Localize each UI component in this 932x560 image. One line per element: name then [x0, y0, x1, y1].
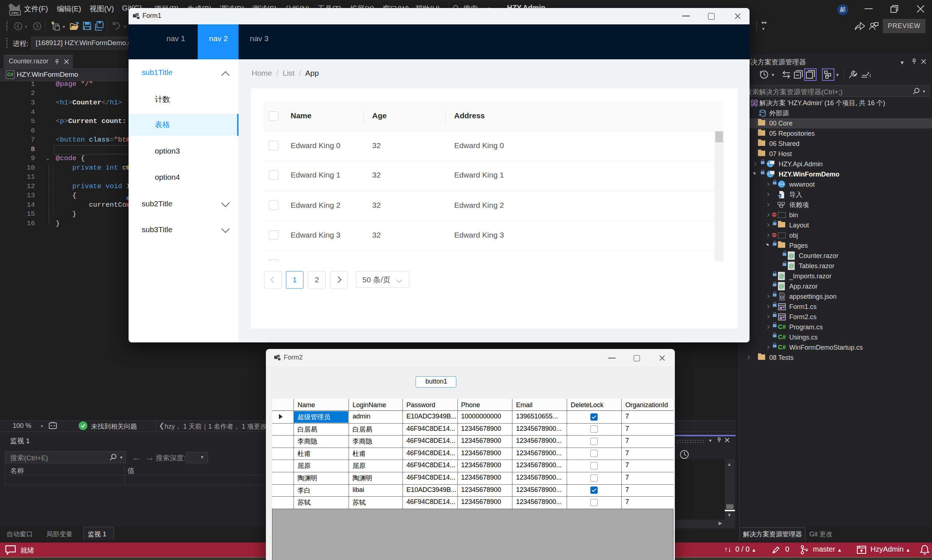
svg-text:PRE: PRE: [12, 11, 19, 15]
svg-text:{ }: { }: [780, 295, 784, 299]
